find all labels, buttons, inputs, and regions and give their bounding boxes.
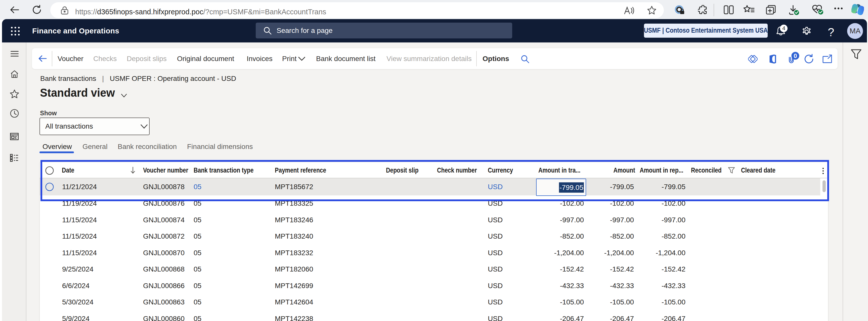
svg-text:0: 0 [794, 52, 797, 59]
